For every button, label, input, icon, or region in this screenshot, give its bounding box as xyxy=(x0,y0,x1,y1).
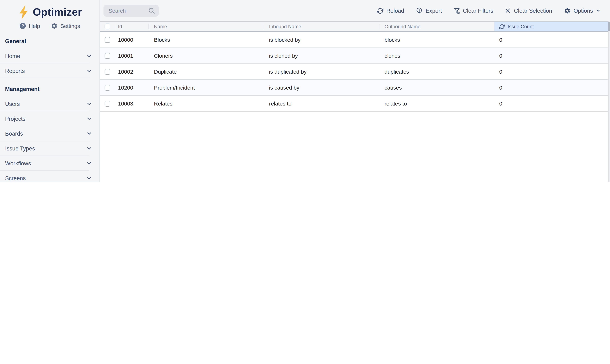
chevron-down-icon xyxy=(86,68,92,74)
sidebar-item-boards[interactable]: Boards xyxy=(0,126,99,141)
sidebar-item-projects[interactable]: Projects xyxy=(0,111,99,126)
cell-id: 10000 xyxy=(115,32,149,48)
table-row[interactable]: 10003 Relates relates to relates to 0 xyxy=(100,96,610,112)
sidebar-nav: General Home Reports Management Users Pr… xyxy=(0,34,99,182)
cell-issue-count: 0 xyxy=(494,32,610,48)
settings-button[interactable]: Settings xyxy=(51,23,80,29)
export-icon xyxy=(416,7,423,14)
search-icon xyxy=(148,7,155,14)
reload-icon xyxy=(377,7,383,14)
sidebar-item-workflows[interactable]: Workflows xyxy=(0,156,99,171)
clear-filters-icon xyxy=(454,7,460,14)
table-header-row: Id Name Inbound Name Outbound Name Issue… xyxy=(100,21,610,32)
table-row[interactable]: 10002 Duplicate is duplicated by duplica… xyxy=(100,64,610,80)
row-checkbox[interactable] xyxy=(105,37,110,43)
vertical-scrollbar[interactable] xyxy=(608,21,610,182)
gear-icon xyxy=(51,23,58,29)
select-all-cell xyxy=(100,22,115,31)
cell-outbound-name: relates to xyxy=(379,96,494,111)
cell-outbound-name: duplicates xyxy=(379,64,494,79)
table-row[interactable]: 10001 Cloners is cloned by clones 0 xyxy=(100,48,610,64)
column-header-inbound-name[interactable]: Inbound Name xyxy=(263,22,379,31)
gear-icon xyxy=(564,7,571,14)
chevron-down-icon xyxy=(596,8,601,13)
app-title: Optimizer xyxy=(33,6,82,18)
cell-issue-count: 0 xyxy=(494,48,610,64)
column-header-name[interactable]: Name xyxy=(149,22,263,31)
help-icon: ? xyxy=(19,23,26,29)
scrollbar-thumb[interactable] xyxy=(608,22,610,31)
cell-name: Problem/Incident xyxy=(149,80,263,95)
row-checkbox[interactable] xyxy=(105,101,110,106)
sidebar-item-users[interactable]: Users xyxy=(0,96,99,111)
column-header-id[interactable]: Id xyxy=(115,22,149,31)
cell-id: 10003 xyxy=(115,96,149,111)
cell-inbound-name: relates to xyxy=(263,96,379,111)
sidebar-item-home[interactable]: Home xyxy=(0,49,99,64)
table-row[interactable]: 10000 Blocks is blocked by blocks 0 xyxy=(100,32,610,48)
chevron-down-icon xyxy=(86,53,92,59)
table-row[interactable]: 10200 Problem/Incident is caused by caus… xyxy=(100,80,610,96)
optimizer-app: Optimizer ? Help Settings xyxy=(0,0,610,182)
cell-id: 10002 xyxy=(115,64,149,79)
help-button[interactable]: ? Help xyxy=(19,23,40,29)
search-box[interactable] xyxy=(103,5,159,17)
chevron-down-icon xyxy=(86,116,92,122)
cell-name: Blocks xyxy=(149,32,263,48)
cell-issue-count: 0 xyxy=(494,80,610,95)
reload-button[interactable]: Reload xyxy=(377,7,404,14)
sidebar: Optimizer ? Help Settings xyxy=(0,0,100,182)
clear-selection-button[interactable]: Clear Selection xyxy=(505,7,552,14)
cell-inbound-name: is blocked by xyxy=(263,32,379,48)
chevron-down-icon xyxy=(86,145,92,152)
sync-icon xyxy=(499,24,505,29)
row-checkbox[interactable] xyxy=(105,69,110,75)
cell-name: Relates xyxy=(149,96,263,111)
cell-issue-count: 0 xyxy=(494,64,610,79)
column-header-outbound-name[interactable]: Outbound Name xyxy=(379,22,494,31)
issue-link-types-table: Id Name Inbound Name Outbound Name Issue… xyxy=(100,21,610,182)
search-input[interactable] xyxy=(108,7,148,14)
clear-filters-button[interactable]: Clear Filters xyxy=(454,7,493,14)
svg-text:?: ? xyxy=(22,23,24,28)
help-label: Help xyxy=(29,23,40,29)
chevron-down-icon xyxy=(86,101,92,107)
main-area: Reload Export Clear xyxy=(100,0,610,182)
export-button[interactable]: Export xyxy=(416,7,442,14)
lightning-bolt-icon xyxy=(17,4,29,20)
cell-name: Duplicate xyxy=(149,64,263,79)
toolbar: Reload Export Clear xyxy=(100,0,610,21)
cell-id: 10200 xyxy=(115,80,149,95)
cell-outbound-name: blocks xyxy=(379,32,494,48)
section-header-management: Management xyxy=(0,82,99,96)
cell-inbound-name: is caused by xyxy=(263,80,379,95)
cell-name: Cloners xyxy=(149,48,263,64)
app-logo: Optimizer xyxy=(0,0,99,20)
chevron-down-icon xyxy=(86,160,92,166)
chevron-down-icon xyxy=(86,175,92,181)
options-button[interactable]: Options xyxy=(564,7,601,14)
column-header-issue-count[interactable]: Issue Count xyxy=(494,22,610,31)
sidebar-item-issue-types[interactable]: Issue Types xyxy=(0,141,99,156)
cell-id: 10001 xyxy=(115,48,149,64)
cell-outbound-name: clones xyxy=(379,48,494,64)
select-all-checkbox[interactable] xyxy=(105,24,110,29)
cell-inbound-name: is duplicated by xyxy=(263,64,379,79)
section-header-general: General xyxy=(0,34,99,49)
close-icon xyxy=(505,8,511,14)
cell-issue-count: 0 xyxy=(494,96,610,111)
cell-outbound-name: causes xyxy=(379,80,494,95)
cell-inbound-name: is cloned by xyxy=(263,48,379,64)
chevron-down-icon xyxy=(86,130,92,137)
row-checkbox[interactable] xyxy=(105,85,110,91)
sidebar-item-screens[interactable]: Screens xyxy=(0,171,99,182)
sidebar-item-reports[interactable]: Reports xyxy=(0,64,99,78)
row-checkbox[interactable] xyxy=(105,53,110,59)
settings-label: Settings xyxy=(60,23,80,29)
